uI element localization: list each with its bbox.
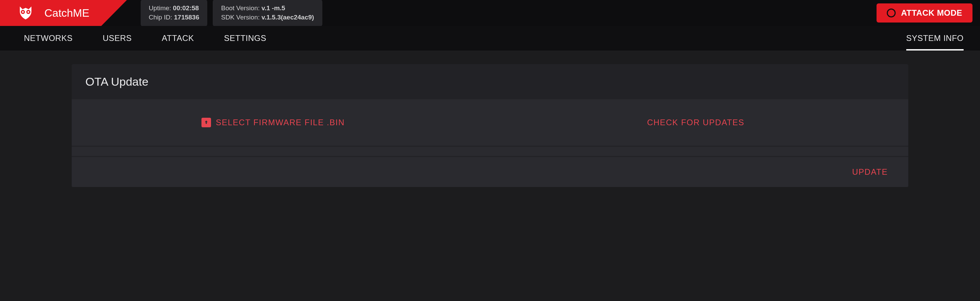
info-pills: Uptime: 00:02:58 Chip ID: 1715836 Boot V…: [141, 0, 322, 26]
top-bar: CatchME Uptime: 00:02:58 Chip ID: 171583…: [0, 0, 980, 26]
attack-mode-button[interactable]: ATTACK MODE: [877, 3, 972, 22]
nav-users[interactable]: USERS: [103, 26, 132, 51]
update-button[interactable]: UPDATE: [852, 167, 888, 176]
nav-system-info[interactable]: SYSTEM INFO: [906, 26, 964, 51]
select-firmware-button[interactable]: SELECT FIRMWARE FILE .BIN: [85, 118, 531, 127]
chip-id-value: 1715836: [174, 14, 199, 21]
content-area: OTA Update SELECT FIRMWARE FILE .BIN CHE…: [0, 51, 980, 201]
nav-settings[interactable]: SETTINGS: [224, 26, 266, 51]
boot-version-value: v.1 -m.5: [262, 5, 285, 12]
uptime-chip-pill: Uptime: 00:02:58 Chip ID: 1715836: [141, 0, 208, 26]
sdk-version-value: v.1.5.3(aec24ac9): [262, 14, 314, 21]
svg-point-3: [28, 11, 29, 13]
logo-section: CatchME: [0, 0, 127, 26]
nav-bar: NETWORKS USERS ATTACK SETTINGS SYSTEM IN…: [0, 26, 980, 51]
svg-point-2: [22, 11, 24, 13]
chip-id-label: Chip ID:: [149, 14, 174, 21]
sdk-version-label: SDK Version:: [221, 14, 261, 21]
action-row: SELECT FIRMWARE FILE .BIN CHECK FOR UPDA…: [72, 99, 908, 147]
circle-icon: [887, 8, 896, 17]
select-firmware-label: SELECT FIRMWARE FILE .BIN: [216, 118, 345, 127]
nav-attack[interactable]: ATTACK: [162, 26, 194, 51]
uptime-value: 00:02:58: [173, 5, 199, 12]
card-body: SELECT FIRMWARE FILE .BIN CHECK FOR UPDA…: [72, 99, 908, 187]
update-row: UPDATE: [72, 157, 908, 187]
uptime-label: Uptime:: [149, 5, 173, 12]
upload-icon: [202, 118, 211, 127]
check-updates-button[interactable]: CHECK FOR UPDATES: [531, 118, 895, 127]
version-pill: Boot Version: v.1 -m.5 SDK Version: v.1.…: [213, 0, 322, 26]
owl-logo-icon: [17, 5, 34, 22]
boot-version-label: Boot Version:: [221, 5, 261, 12]
nav-networks[interactable]: NETWORKS: [24, 26, 73, 51]
attack-mode-label: ATTACK MODE: [901, 8, 962, 18]
app-title: CatchME: [45, 7, 89, 19]
spacer-row: [72, 147, 908, 157]
card-title: OTA Update: [72, 64, 908, 99]
ota-update-card: OTA Update SELECT FIRMWARE FILE .BIN CHE…: [72, 64, 908, 187]
